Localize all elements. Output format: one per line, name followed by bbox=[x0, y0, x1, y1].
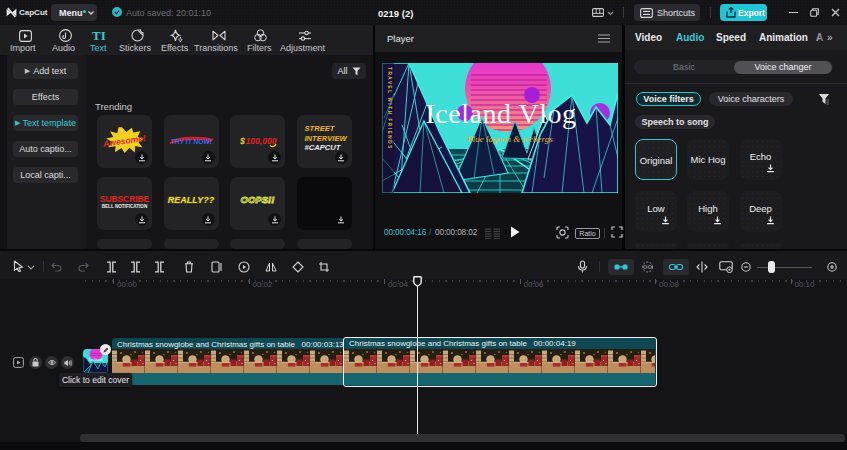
svg-text:TRY IT NOW!: TRY IT NOW! bbox=[171, 138, 213, 145]
svg-text:100,000: 100,000 bbox=[246, 136, 277, 146]
svg-text:Iceland: Iceland bbox=[89, 357, 103, 362]
svg-text:Iceland Vlog: Iceland Vlog bbox=[426, 98, 577, 129]
svg-text:$: $ bbox=[239, 136, 245, 146]
svg-text:Blue lagoon & icebergs: Blue lagoon & icebergs bbox=[467, 134, 553, 144]
svg-text:TRAVEL WITH FRIENDS: TRAVEL WITH FRIENDS bbox=[387, 67, 392, 150]
